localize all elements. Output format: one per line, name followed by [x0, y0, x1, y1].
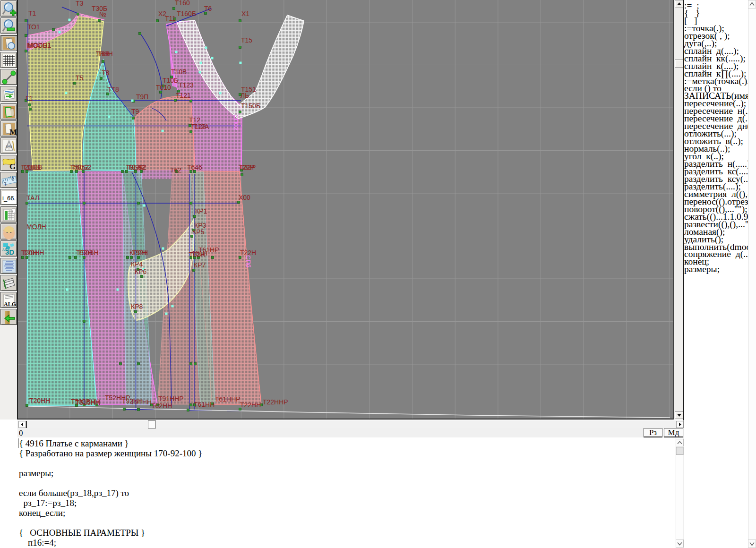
svg-text:ТТ8: ТТ8: [107, 86, 119, 93]
svg-text:Т15: Т15: [241, 36, 252, 44]
svg-text:Т5: Т5: [76, 74, 84, 82]
svg-text:Т3: Т3: [76, 0, 84, 7]
svg-text:Т8В: Т8В: [98, 50, 110, 58]
svg-text:M: M: [9, 128, 17, 137]
svg-text:Т121: Т121: [176, 92, 191, 99]
svg-text:Т160Б: Т160Б: [177, 10, 196, 17]
svg-text:Т20НН: Т20НН: [29, 397, 50, 404]
svg-text:СП02: СП02: [232, 114, 240, 130]
svg-text:Х1: Х1: [241, 10, 249, 17]
svg-text:Т62НН: Т62НН: [151, 402, 172, 410]
svg-text:Т160: Т160: [175, 0, 190, 7]
svg-text:Т62Н: Т62Н: [189, 251, 205, 258]
svg-text:i_66.: i_66.: [2, 195, 16, 202]
svg-text:МОЛН1: МОЛН1: [28, 42, 52, 49]
svg-text:Т60Б2: Т60Б2: [72, 163, 91, 171]
svg-text:№: №: [99, 10, 106, 18]
svg-text:Т150Б: Т150Б: [241, 102, 260, 110]
svg-text:КР6: КР6: [135, 268, 146, 275]
svg-text:Т646: Т646: [187, 163, 202, 171]
svg-text:ТАЛ: ТАЛ: [26, 194, 39, 202]
svg-text:ДМД: ДМД: [6, 145, 12, 148]
svg-text:АЛ: АЛ: [2, 248, 7, 251]
svg-text:Т9П: Т9П: [136, 93, 148, 101]
svg-text:Т100В: Т100В: [23, 163, 42, 171]
svg-text:Т32Р: Т32Р: [240, 163, 256, 171]
svg-text:КР5: КР5: [192, 228, 204, 236]
svg-text:Т91ННР: Т91ННР: [158, 395, 184, 402]
svg-text:ALG: ALG: [4, 301, 16, 308]
svg-text:Т1: Т1: [28, 9, 36, 17]
svg-text:Т92Н: Т92Н: [132, 249, 148, 257]
svg-text:Г1: Г1: [26, 94, 33, 102]
svg-text:Х00: Х00: [239, 194, 250, 201]
svg-text:Т61ННР: Т61ННР: [215, 395, 241, 403]
svg-text:Т9: Т9: [131, 108, 139, 115]
svg-text:КР8: КР8: [131, 303, 143, 310]
svg-text:Т8: Т8: [102, 69, 110, 77]
svg-text:Т6: Т6: [204, 5, 212, 12]
svg-text:Т22ННР: Т22ННР: [263, 398, 288, 406]
svg-text:Т22НН: Т22НН: [240, 401, 261, 409]
svg-text:КР4: КР4: [131, 260, 143, 268]
svg-text:Т61НН: Т61НН: [194, 401, 215, 408]
svg-text:КР1: КР1: [195, 207, 207, 215]
svg-text:Т62: Т62: [170, 166, 181, 174]
svg-text:Т010: Т010: [156, 84, 171, 91]
svg-text:ТО1: ТО1: [27, 23, 40, 31]
svg-text:СПб: СПб: [245, 255, 252, 267]
svg-text:Т11: Т11: [165, 15, 176, 22]
svg-text:ЛЬ: ЛЬ: [241, 92, 249, 99]
svg-text:Т9ТНН: Т9ТНН: [130, 398, 152, 406]
svg-text:Т515НН: Т515НН: [76, 399, 100, 406]
svg-text:Т20НН: Т20НН: [23, 249, 44, 257]
svg-text:КР7: КР7: [194, 261, 206, 269]
svg-text:Т10В: Т10В: [171, 68, 187, 76]
svg-text:МОЛН: МОЛН: [26, 223, 46, 231]
svg-text:Т8992: Т8992: [128, 163, 146, 171]
svg-text:Т10Б: Т10Б: [163, 77, 178, 84]
svg-text:Т50ВН: Т50ВН: [78, 249, 99, 257]
svg-text:Т123: Т123: [179, 81, 194, 89]
svg-text:G: G: [9, 162, 16, 171]
svg-text:Т12А: Т12А: [193, 123, 209, 130]
